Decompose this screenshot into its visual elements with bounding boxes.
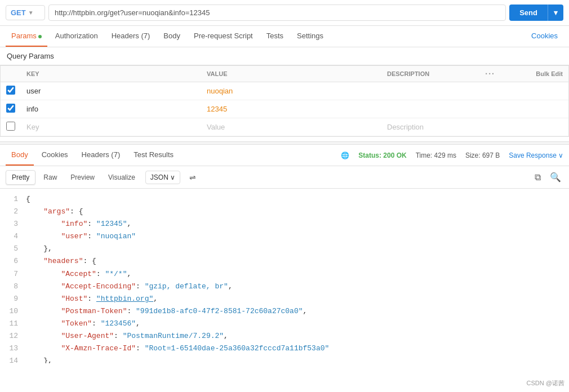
tab-body[interactable]: Body	[158, 26, 186, 47]
code-line: "Token": "123456",	[26, 318, 563, 330]
tab-authorization[interactable]: Authorization	[50, 26, 104, 47]
tab-prerequest[interactable]: Pre-request Script	[188, 26, 259, 47]
top-bar: GET ▼ Send ▾	[0, 0, 569, 26]
query-params-label: Query Params	[0, 47, 569, 65]
resp-tab-headers-label: Headers (7)	[82, 150, 121, 159]
code-line: },	[26, 355, 563, 363]
row1-description	[381, 82, 479, 100]
more-options-icon[interactable]: ···	[485, 69, 495, 78]
tab-tests-label: Tests	[266, 32, 283, 40]
table-row: user nuoqian	[1, 82, 568, 100]
wrap-button[interactable]: ⇌	[185, 171, 201, 184]
request-tabs: Params Authorization Headers (7) Body Pr…	[0, 26, 569, 47]
code-line: "X-Amzn-Trace-Id": "Root=1-65140dae-25a3…	[26, 342, 563, 355]
method-label: GET	[11, 8, 26, 17]
table-row: info 12345	[1, 100, 568, 118]
line-numbers: 1234567891011121314151617	[0, 189, 20, 363]
tab-params-label: Params	[11, 32, 37, 40]
send-label: Send	[509, 5, 548, 21]
table-row-empty: Key Value Description	[1, 118, 568, 136]
code-line: "Accept-Encoding": "gzip, deflate, br",	[26, 280, 563, 293]
tab-tests[interactable]: Tests	[261, 26, 289, 47]
response-status-bar: 🌐 Status: 200 OK Time: 429 ms Size: 697 …	[341, 152, 563, 159]
empty-desc-placeholder: Description	[387, 123, 424, 131]
col-header-description: DESCRIPTION	[381, 66, 479, 82]
tab-prerequest-label: Pre-request Script	[194, 32, 253, 40]
save-response-button[interactable]: Save Response ∨	[509, 152, 563, 159]
empty-row-checkbox[interactable]	[6, 122, 15, 131]
row2-value: 12345	[201, 100, 381, 118]
code-line: "info": "12345",	[26, 218, 563, 230]
tab-body-label: Body	[163, 32, 180, 40]
resp-tab-cookies[interactable]: Cookies	[36, 145, 74, 166]
code-line: {	[26, 193, 563, 206]
resp-tab-cookies-label: Cookies	[42, 150, 68, 159]
json-format-chevron: ∨	[170, 173, 175, 181]
format-pretty-button[interactable]: Pretty	[6, 170, 35, 185]
url-input[interactable]	[48, 5, 506, 21]
row1-key: user	[21, 82, 201, 100]
code-line: "Accept": "*/*",	[26, 268, 563, 280]
code-line: },	[26, 243, 563, 255]
method-select[interactable]: GET ▼	[6, 5, 45, 20]
empty-value-placeholder: Value	[207, 123, 225, 131]
response-tabs: Body Cookies Headers (7) Test Results 🌐 …	[0, 145, 569, 166]
resp-tab-body[interactable]: Body	[6, 145, 34, 166]
resp-tab-test-results[interactable]: Test Results	[128, 145, 179, 166]
params-table: KEY VALUE DESCRIPTION ··· Bulk Edit user…	[1, 65, 568, 136]
col-header-key: KEY	[21, 66, 201, 82]
method-chevron: ▼	[28, 10, 34, 16]
tab-headers[interactable]: Headers (7)	[106, 26, 156, 47]
send-button[interactable]: Send ▾	[509, 5, 563, 21]
resp-tab-body-label: Body	[11, 150, 28, 159]
format-toolbar: Pretty Raw Preview Visualize JSON ∨ ⇌ ⧉ …	[0, 166, 569, 189]
row1-value: nuoqian	[201, 82, 381, 100]
col-header-value: VALUE	[201, 66, 381, 82]
globe-icon: 🌐	[341, 152, 349, 159]
code-line: "User-Agent": "PostmanRuntime/7.29.2",	[26, 330, 563, 342]
search-button[interactable]: 🔍	[548, 170, 563, 185]
tab-params[interactable]: Params	[6, 26, 47, 47]
toolbar-right-icons: ⧉ 🔍	[532, 170, 563, 185]
code-line: "Postman-Token": "991de1b8-afc0-47f2-858…	[26, 305, 563, 318]
format-raw-button[interactable]: Raw	[38, 171, 63, 184]
params-dot	[38, 35, 42, 38]
copy-button[interactable]: ⧉	[532, 170, 543, 185]
json-format-select[interactable]: JSON ∨	[145, 171, 180, 184]
row2-description	[381, 100, 479, 118]
status-text: Status: 200 OK	[358, 152, 406, 159]
json-format-label: JSON	[150, 173, 168, 181]
time-text: Time: 429 ms	[416, 152, 456, 159]
format-visualize-button[interactable]: Visualize	[103, 171, 141, 184]
code-content: { "args": { "info": "12345", "user": "nu…	[20, 189, 569, 363]
tab-settings-label: Settings	[297, 32, 323, 40]
row2-checkbox[interactable]	[6, 104, 15, 113]
cookies-label: Cookies	[531, 32, 558, 40]
send-arrow[interactable]: ▾	[548, 5, 563, 21]
save-response-arrow: ∨	[558, 152, 563, 159]
code-line: "args": {	[26, 206, 563, 218]
tab-settings[interactable]: Settings	[291, 26, 329, 47]
tab-authorization-label: Authorization	[55, 32, 98, 40]
row1-checkbox[interactable]	[6, 86, 15, 95]
col-header-bulk-edit[interactable]: Bulk Edit	[501, 66, 568, 82]
code-line: "Host": "httpbin.org",	[26, 293, 563, 305]
params-table-wrapper: KEY VALUE DESCRIPTION ··· Bulk Edit user…	[0, 65, 569, 137]
tab-headers-label: Headers (7)	[112, 32, 150, 40]
code-line: "headers": {	[26, 255, 563, 268]
cookies-link[interactable]: Cookies	[526, 26, 563, 47]
code-area: 1234567891011121314151617 { "args": { "i…	[0, 189, 569, 363]
resp-tab-test-results-label: Test Results	[134, 150, 174, 159]
resp-tab-headers[interactable]: Headers (7)	[76, 145, 126, 166]
size-text: Size: 697 B	[465, 152, 500, 159]
row2-key: info	[21, 100, 201, 118]
code-line: "user": "nuoqian"	[26, 230, 563, 243]
empty-key-placeholder: Key	[26, 123, 39, 131]
format-preview-button[interactable]: Preview	[65, 171, 100, 184]
